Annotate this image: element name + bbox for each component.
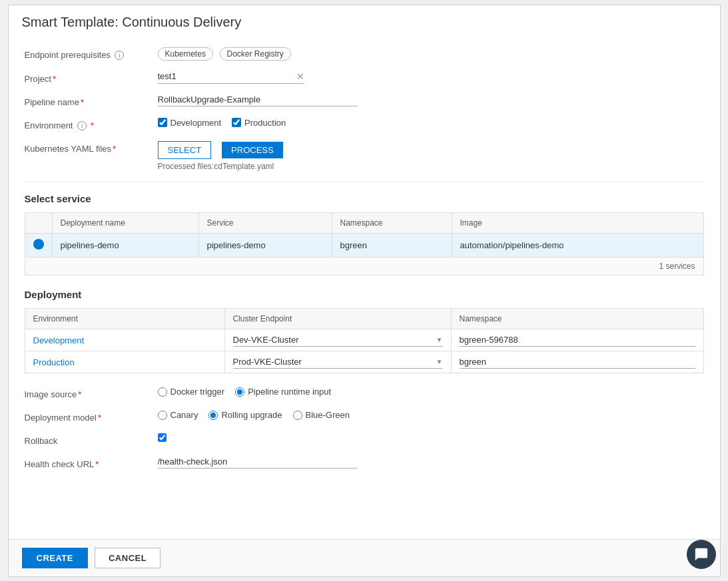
- rolling-upgrade-label: Rolling upgrade: [221, 410, 282, 420]
- select-button[interactable]: SELECT: [158, 141, 212, 159]
- service-col-selector: [25, 213, 52, 234]
- dep-col-cluster: Cluster Endpoint: [224, 309, 451, 329]
- rollback-label: Rollback: [25, 433, 158, 446]
- production-checkbox[interactable]: [232, 118, 241, 127]
- page-title: Smart Template: Continuous Delivery: [22, 15, 707, 30]
- endpoint-tags: Kubernetes Docker Registry: [158, 47, 704, 61]
- row-selector: [25, 234, 52, 258]
- kubernetes-tag: Kubernetes: [158, 47, 213, 61]
- row-deployment-name: pipelines-demo: [52, 234, 198, 258]
- chat-bubble-button[interactable]: [687, 540, 716, 569]
- health-check-label: Health check URL*: [25, 457, 158, 469]
- project-input[interactable]: test1: [158, 71, 294, 81]
- clear-icon[interactable]: ✕: [296, 71, 304, 82]
- prod-cluster-select[interactable]: Prod-VKE-Cluster Dev-VKE-Cluster: [233, 355, 436, 368]
- pipeline-name-input[interactable]: RollbackUpgrade-Example: [158, 95, 358, 106]
- production-checkbox-item[interactable]: Production: [232, 118, 286, 128]
- select-service-title: Select service: [25, 193, 704, 204]
- deployment-table: Environment Cluster Endpoint Namespace D…: [25, 308, 704, 373]
- canary-label: Canary: [171, 410, 198, 420]
- project-label: Project*: [25, 71, 158, 84]
- row-namespace: bgreen: [332, 234, 452, 258]
- process-button[interactable]: PROCESS: [222, 142, 283, 158]
- canary-radio-item[interactable]: Canary: [158, 410, 198, 420]
- endpoint-prerequisites-label: Endpoint prerequisites i: [25, 47, 158, 61]
- cancel-button[interactable]: CANCEL: [95, 548, 161, 568]
- environment-label: Environment i *: [25, 118, 158, 131]
- service-table-footer: 1 services: [25, 258, 704, 276]
- pipeline-runtime-label: Pipeline runtime input: [248, 387, 331, 397]
- k8s-yaml-label: Kubernetes YAML files*: [25, 141, 158, 154]
- deployment-title: Deployment: [25, 289, 704, 300]
- rollback-checkbox[interactable]: [158, 433, 167, 442]
- env-info-icon[interactable]: i: [77, 121, 87, 130]
- docker-registry-tag: Docker Registry: [220, 47, 291, 61]
- dep-env-production: Production: [33, 357, 75, 367]
- chevron-down-icon: ▼: [436, 336, 443, 343]
- development-checkbox[interactable]: [158, 118, 167, 127]
- dev-cluster-select[interactable]: Dev-VKE-Cluster Prod-VKE-Cluster: [233, 333, 436, 346]
- deployment-model-label: Deployment model*: [25, 410, 158, 423]
- service-col-service: Service: [198, 213, 332, 234]
- info-icon[interactable]: i: [115, 51, 124, 60]
- rolling-upgrade-radio-item[interactable]: Rolling upgrade: [208, 410, 282, 420]
- health-check-input[interactable]: /health-check.json: [158, 457, 358, 469]
- row-service: pipelines-demo: [198, 234, 332, 258]
- service-col-deployment: Deployment name: [52, 213, 198, 234]
- dep-env-development: Development: [33, 335, 85, 345]
- service-table: Deployment name Service Namespace Image …: [25, 212, 704, 258]
- pipeline-runtime-radio[interactable]: [235, 387, 244, 397]
- dep-col-env: Environment: [25, 309, 224, 329]
- prod-namespace-input[interactable]: bgreen: [460, 355, 695, 369]
- pipeline-name-label: Pipeline name*: [25, 95, 158, 107]
- create-button[interactable]: CREATE: [22, 548, 88, 568]
- row-image: automation/pipelines-demo: [452, 234, 703, 258]
- chevron-down-icon: ▼: [436, 358, 443, 365]
- image-source-label: Image source*: [25, 387, 158, 399]
- image-source-radio-group: Docker trigger Pipeline runtime input: [158, 387, 704, 397]
- rolling-upgrade-radio[interactable]: [208, 411, 218, 420]
- service-col-namespace: Namespace: [332, 213, 452, 234]
- table-row: Production Prod-VKE-Cluster Dev-VKE-Clus…: [25, 351, 703, 373]
- dev-namespace-input[interactable]: bgreen-596788: [460, 333, 695, 347]
- table-row[interactable]: pipelines-demo pipelines-demo bgreen aut…: [25, 234, 703, 258]
- docker-trigger-radio[interactable]: [158, 387, 167, 397]
- docker-trigger-radio-item[interactable]: Docker trigger: [158, 387, 225, 397]
- deployment-model-radio-group: Canary Rolling upgrade Blue-Green: [158, 410, 704, 420]
- dep-col-ns: Namespace: [451, 309, 703, 329]
- service-col-image: Image: [452, 213, 703, 234]
- development-checkbox-item[interactable]: Development: [158, 118, 222, 128]
- canary-radio[interactable]: [158, 411, 167, 420]
- blue-green-radio-item[interactable]: Blue-Green: [293, 410, 350, 420]
- chat-icon: [694, 547, 709, 562]
- table-row: Development Dev-VKE-Cluster Prod-VKE-Clu…: [25, 329, 703, 351]
- modal-footer: CREATE CANCEL: [9, 539, 720, 576]
- blue-green-label: Blue-Green: [306, 410, 350, 420]
- processed-files: Processed files:cdTemplate.yaml: [158, 162, 704, 171]
- docker-trigger-label: Docker trigger: [171, 387, 225, 397]
- blue-green-radio[interactable]: [293, 411, 302, 420]
- radio-dot-icon: [33, 239, 44, 250]
- pipeline-runtime-radio-item[interactable]: Pipeline runtime input: [235, 387, 331, 397]
- environment-checkboxes: Development Production: [158, 118, 704, 128]
